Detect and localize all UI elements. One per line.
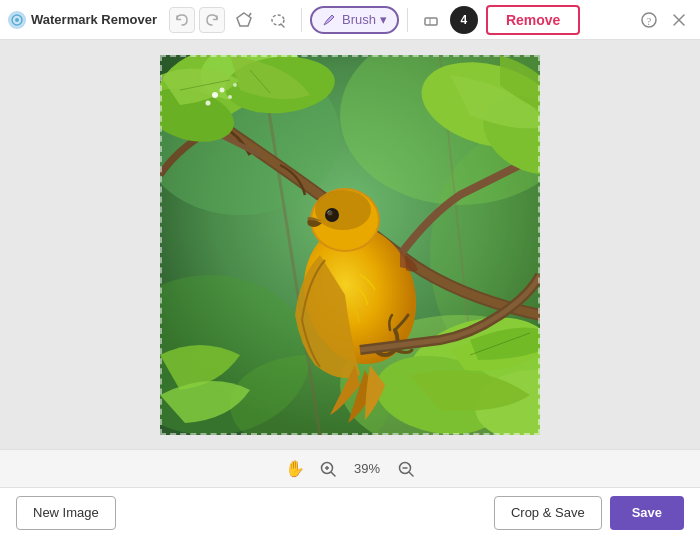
crop-save-label: Crop & Save: [511, 505, 585, 520]
zoom-in-button[interactable]: [317, 458, 339, 480]
badge-label: 4: [461, 13, 468, 27]
zoom-level: 39%: [349, 461, 385, 476]
svg-point-35: [206, 100, 211, 105]
svg-point-43: [327, 210, 337, 220]
eraser-tool-button[interactable]: [416, 5, 446, 35]
app-logo: Watermark Remover: [8, 11, 157, 29]
svg-point-4: [272, 15, 284, 25]
selection-tool-button[interactable]: [229, 5, 259, 35]
brush-label: Brush: [342, 12, 376, 27]
new-image-button[interactable]: New Image: [16, 496, 116, 530]
app-title: Watermark Remover: [31, 12, 157, 27]
app-logo-icon: [8, 11, 26, 29]
svg-line-3: [249, 13, 251, 16]
svg-line-46: [332, 472, 336, 476]
lasso-tool-button[interactable]: [263, 5, 293, 35]
zoom-bar: ✋ 39%: [0, 449, 700, 487]
close-button[interactable]: [666, 7, 692, 33]
help-button[interactable]: ?: [636, 7, 662, 33]
remove-button[interactable]: Remove: [486, 5, 580, 35]
undo-button[interactable]: [169, 7, 195, 33]
bird-image: [160, 55, 540, 435]
hand-tool-button[interactable]: ✋: [283, 457, 307, 481]
svg-point-1: [15, 18, 19, 22]
redo-button[interactable]: [199, 7, 225, 33]
svg-text:?: ?: [647, 15, 652, 26]
canvas-area: [0, 40, 700, 449]
svg-line-5: [281, 24, 284, 27]
image-container[interactable]: [160, 55, 540, 435]
save-label: Save: [632, 505, 662, 520]
new-image-label: New Image: [33, 505, 99, 520]
svg-point-33: [220, 87, 225, 92]
brush-dropdown-icon: ▾: [380, 12, 387, 27]
svg-point-36: [233, 83, 237, 87]
svg-line-50: [410, 472, 414, 476]
badge-button[interactable]: 4: [450, 6, 478, 34]
save-button[interactable]: Save: [610, 496, 684, 530]
svg-point-34: [228, 95, 232, 99]
toolbar-divider-1: [301, 8, 302, 32]
remove-label: Remove: [506, 12, 560, 28]
brush-tool-button[interactable]: Brush ▾: [310, 6, 399, 34]
svg-rect-6: [425, 18, 437, 25]
title-bar: Watermark Remover Brush ▾: [0, 0, 700, 40]
footer-bar: New Image Crop & Save Save: [0, 487, 700, 537]
crop-save-button[interactable]: Crop & Save: [494, 496, 602, 530]
svg-point-40: [315, 190, 371, 230]
hand-icon: ✋: [285, 459, 305, 478]
toolbar-divider-2: [407, 8, 408, 32]
svg-point-32: [212, 92, 218, 98]
zoom-out-button[interactable]: [395, 458, 417, 480]
